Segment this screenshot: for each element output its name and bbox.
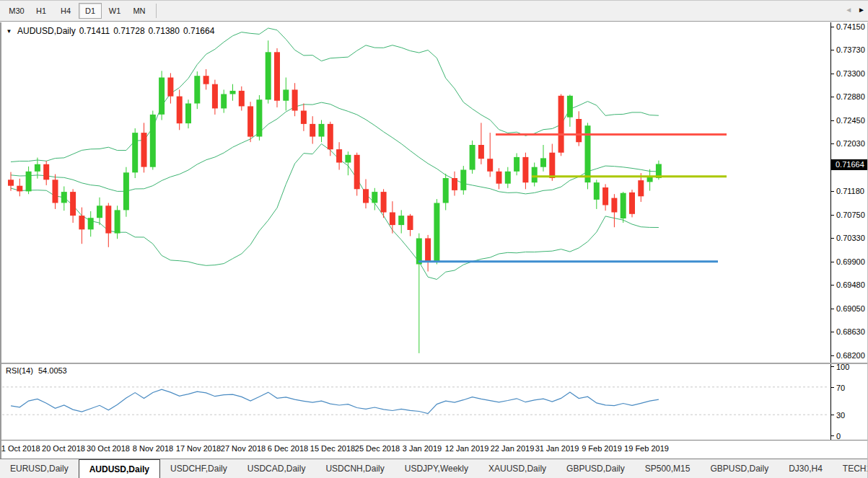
timeframe-buttons: M30H1H4D1W1MN xyxy=(4,3,152,19)
timeframe-button-h1[interactable]: H1 xyxy=(30,3,53,19)
candle xyxy=(487,133,493,177)
tab-eurusd-daily[interactable]: EURUSD,Daily xyxy=(0,459,79,478)
tab-usdcnh-daily[interactable]: USDCNH,Daily xyxy=(315,459,394,478)
candle xyxy=(336,142,342,169)
price-tick-label: 0.72030 xyxy=(836,139,865,148)
tab-usdchf-daily[interactable]: USDCHF,Daily xyxy=(160,459,237,478)
date-label: 19 Feb 2019 xyxy=(624,444,669,453)
candle xyxy=(43,161,49,185)
candle xyxy=(70,189,76,223)
candle xyxy=(203,69,209,89)
tab-gbpusd-daily[interactable]: GBPUSD,Daily xyxy=(556,459,635,478)
price-tick-mark xyxy=(831,285,834,286)
timeframe-button-d1[interactable]: D1 xyxy=(79,3,102,19)
candle xyxy=(53,174,58,209)
candle xyxy=(88,211,94,236)
candle xyxy=(443,174,449,211)
candle xyxy=(434,199,439,264)
tab-sp500-m15[interactable]: SP500,M15 xyxy=(635,459,701,478)
candle xyxy=(354,153,360,196)
candle xyxy=(460,166,466,195)
tab-usdcad-daily[interactable]: USDCAD,Daily xyxy=(237,459,316,478)
main-chart-panel[interactable]: ▼ AUDUSD,Daily 0.71411 0.71728 0.71380 0… xyxy=(0,22,830,363)
timeframe-toolbar: M30H1H4D1W1MN xyxy=(0,0,868,22)
price-tick-mark xyxy=(831,215,834,216)
price-tick-mark xyxy=(831,355,834,356)
rsi-title: RSI(14) 54.0053 xyxy=(6,366,70,375)
timeframe-button-h4[interactable]: H4 xyxy=(54,3,77,19)
tab-xauusd-daily[interactable]: XAUUSD,Daily xyxy=(478,459,556,478)
candle xyxy=(319,120,325,143)
candle xyxy=(532,163,538,187)
rsi-axis: 10070300 xyxy=(830,364,868,440)
chart-high: 0.71728 xyxy=(113,26,144,36)
timeframe-button-mn[interactable]: MN xyxy=(128,3,151,19)
price-tick-label: 0.68200 xyxy=(836,351,865,360)
candle xyxy=(621,192,626,223)
price-tick-mark xyxy=(831,309,834,309)
candle xyxy=(345,151,351,175)
timeframe-button-w1[interactable]: W1 xyxy=(103,3,126,19)
price-tick-mark xyxy=(831,97,834,97)
tab-scroll-arrows: ◄ ► xyxy=(845,0,865,19)
date-label: 22 Jan 2019 xyxy=(491,444,535,453)
candle xyxy=(212,80,218,115)
candle xyxy=(301,104,307,131)
candle xyxy=(416,234,422,353)
toolbar-separator xyxy=(156,4,157,18)
candle xyxy=(105,203,111,247)
price-tick-label: 0.70330 xyxy=(836,234,865,242)
price-tick-label: 0.72880 xyxy=(836,92,865,101)
date-label: 30 Oct 2018 xyxy=(87,444,130,453)
candle xyxy=(363,180,369,209)
chart-tab-bar: EURUSD,DailyAUDUSD,DailyUSDCHF,DailyUSDC… xyxy=(0,459,868,478)
date-label: 27 Nov 2018 xyxy=(221,444,266,453)
chart-symbol: AUDUSD,Daily xyxy=(17,26,76,36)
candle xyxy=(514,154,520,176)
tab-audusd-daily[interactable]: AUDUSD,Daily xyxy=(79,459,160,478)
date-label: 31 Jan 2019 xyxy=(535,444,579,453)
rsi-panel[interactable]: RSI(14) 54.0053 xyxy=(0,364,830,440)
timeframe-button-m30[interactable]: M30 xyxy=(5,3,28,19)
tab-tech100-[interactable]: TECH100, xyxy=(833,459,868,478)
candle xyxy=(478,123,484,164)
candle xyxy=(647,169,653,191)
candle xyxy=(177,89,183,130)
tab-gbpusd-daily[interactable]: GBPUSD,Daily xyxy=(700,459,779,478)
tab-usdjpy-weekly[interactable]: USDJPY,Weekly xyxy=(395,459,478,478)
price-axis[interactable]: 0.741500.737300.733000.728800.724500.720… xyxy=(830,22,868,363)
rsi-tick-mark xyxy=(831,387,834,388)
price-tick-label: 0.69480 xyxy=(836,280,865,289)
rsi-tick-mark xyxy=(831,415,834,415)
candle xyxy=(611,194,617,227)
price-tick-mark xyxy=(831,332,834,332)
price-tick-label: 0.73300 xyxy=(836,69,865,78)
candle xyxy=(61,187,67,211)
candle xyxy=(115,205,120,239)
date-axis[interactable]: 11 Oct 201820 Oct 201830 Oct 20188 Nov 2… xyxy=(0,441,868,459)
chart-dropdown-icon[interactable]: ▼ xyxy=(5,27,13,35)
chart-close: 0.71664 xyxy=(183,26,214,36)
chart-title: ▼ AUDUSD,Daily 0.71411 0.71728 0.71380 0… xyxy=(5,26,218,36)
candle xyxy=(230,84,236,101)
price-tick-mark xyxy=(831,120,834,121)
candle xyxy=(470,141,475,174)
price-tick-mark xyxy=(831,262,834,262)
tab-dj30-h4[interactable]: DJ30,H4 xyxy=(779,459,833,478)
date-label: 8 Nov 2018 xyxy=(133,444,173,453)
date-label: 11 Oct 2018 xyxy=(0,444,40,453)
tab-scroll-left-icon[interactable]: ◄ xyxy=(845,6,852,14)
current-price-badge: 0.71664 xyxy=(831,159,868,170)
price-tick-label: 0.69050 xyxy=(836,304,865,313)
candle xyxy=(292,83,298,116)
price-tick-mark xyxy=(831,74,834,74)
price-tick-mark xyxy=(831,191,834,192)
candle xyxy=(408,214,413,236)
candle xyxy=(239,87,245,111)
price-tick-label: 0.68630 xyxy=(836,327,865,336)
candle xyxy=(522,153,528,190)
candle xyxy=(310,116,315,143)
date-label: 15 Dec 2018 xyxy=(310,444,355,453)
tab-scroll-right-icon[interactable]: ► xyxy=(858,6,865,14)
price-tick-label: 0.74150 xyxy=(836,22,865,31)
